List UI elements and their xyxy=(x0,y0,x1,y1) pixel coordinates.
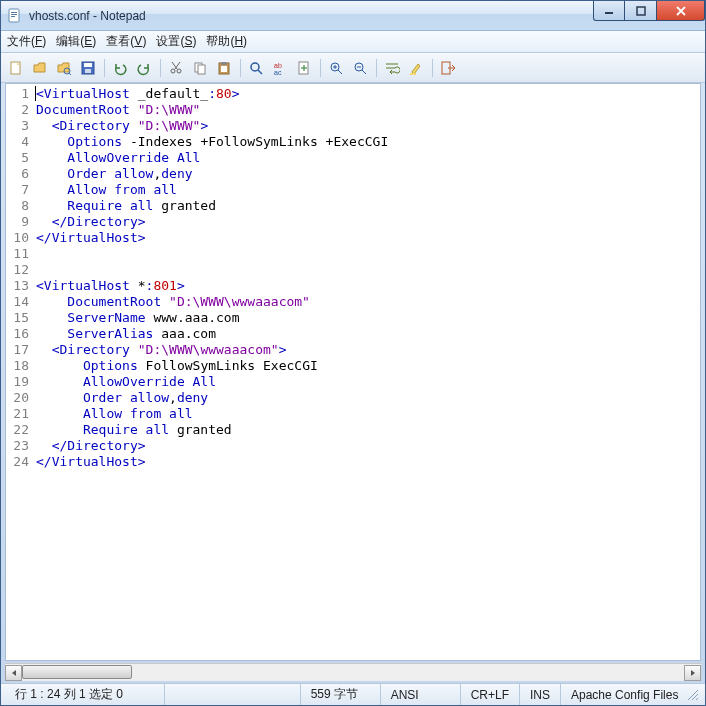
status-language: Apache Config Files xyxy=(561,684,701,705)
open-file-button[interactable] xyxy=(29,57,51,79)
status-insert-mode: INS xyxy=(520,684,561,705)
svg-rect-1 xyxy=(11,12,17,13)
titlebar[interactable]: vhosts.conf - Notepad xyxy=(1,1,705,31)
editor[interactable]: 123456789101112131415161718192021222324 … xyxy=(5,83,701,661)
find-button[interactable] xyxy=(245,57,267,79)
menu-help[interactable]: 帮助(H) xyxy=(206,33,247,50)
svg-rect-14 xyxy=(198,65,205,74)
window-controls xyxy=(593,1,705,21)
minimize-button[interactable] xyxy=(593,1,625,21)
svg-point-11 xyxy=(171,69,175,73)
highlight-button[interactable] xyxy=(405,57,427,79)
word-wrap-button[interactable] xyxy=(381,57,403,79)
svg-rect-17 xyxy=(221,66,227,72)
toolbar-separator xyxy=(373,57,379,79)
open-folder-button[interactable] xyxy=(53,57,75,79)
cut-button[interactable] xyxy=(165,57,187,79)
svg-rect-2 xyxy=(11,14,17,15)
svg-rect-24 xyxy=(410,73,416,75)
status-encoding: ANSI xyxy=(381,684,461,705)
scroll-left-button[interactable] xyxy=(5,665,22,681)
copy-button[interactable] xyxy=(189,57,211,79)
svg-rect-10 xyxy=(85,69,91,73)
menu-file[interactable]: 文件(F) xyxy=(7,33,46,50)
paste-button[interactable] xyxy=(213,57,235,79)
menu-settings[interactable]: 设置(S) xyxy=(156,33,196,50)
toolbar-separator xyxy=(157,57,163,79)
svg-rect-3 xyxy=(11,16,15,17)
scroll-thumb[interactable] xyxy=(22,665,132,679)
code-area[interactable]: <VirtualHost _default_:80>DocumentRoot "… xyxy=(34,84,700,660)
svg-rect-16 xyxy=(221,62,227,65)
resize-grip-icon[interactable] xyxy=(686,688,700,702)
svg-rect-5 xyxy=(637,7,645,15)
status-eol: CR+LF xyxy=(461,684,520,705)
horizontal-scrollbar[interactable] xyxy=(5,663,701,681)
menu-view[interactable]: 查看(V) xyxy=(106,33,146,50)
toolbar: abac xyxy=(1,53,705,83)
redo-button[interactable] xyxy=(133,57,155,79)
svg-point-12 xyxy=(177,69,181,73)
svg-text:ab: ab xyxy=(274,62,282,69)
statusbar: 行 1 : 24 列 1 选定 0 559 字节 ANSI CR+LF INS … xyxy=(1,683,705,705)
maximize-button[interactable] xyxy=(625,1,657,21)
scroll-right-button[interactable] xyxy=(684,665,701,681)
goto-button[interactable] xyxy=(293,57,315,79)
toolbar-separator xyxy=(429,57,435,79)
toolbar-separator xyxy=(101,57,107,79)
app-window: vhosts.conf - Notepad 文件(F) 编辑(E) 查看(V) … xyxy=(0,0,706,706)
scroll-track[interactable] xyxy=(22,665,684,681)
window-title: vhosts.conf - Notepad xyxy=(29,9,146,23)
replace-button[interactable]: abac xyxy=(269,57,291,79)
line-number-gutter: 123456789101112131415161718192021222324 xyxy=(6,84,34,660)
svg-rect-9 xyxy=(84,63,92,67)
save-button[interactable] xyxy=(77,57,99,79)
toolbar-separator xyxy=(237,57,243,79)
svg-rect-4 xyxy=(605,12,613,14)
svg-text:ac: ac xyxy=(274,69,282,76)
zoom-in-button[interactable] xyxy=(325,57,347,79)
zoom-out-button[interactable] xyxy=(349,57,371,79)
exit-button[interactable] xyxy=(437,57,459,79)
status-bytes: 559 字节 xyxy=(301,684,381,705)
app-icon xyxy=(7,8,23,24)
svg-rect-0 xyxy=(9,9,19,22)
menu-edit[interactable]: 编辑(E) xyxy=(56,33,96,50)
undo-button[interactable] xyxy=(109,57,131,79)
status-spacer xyxy=(165,684,301,705)
status-position: 行 1 : 24 列 1 选定 0 xyxy=(5,684,165,705)
svg-point-18 xyxy=(251,63,259,71)
new-file-button[interactable] xyxy=(5,57,27,79)
toolbar-separator xyxy=(317,57,323,79)
menubar: 文件(F) 编辑(E) 查看(V) 设置(S) 帮助(H) xyxy=(1,31,705,53)
close-button[interactable] xyxy=(657,1,705,21)
